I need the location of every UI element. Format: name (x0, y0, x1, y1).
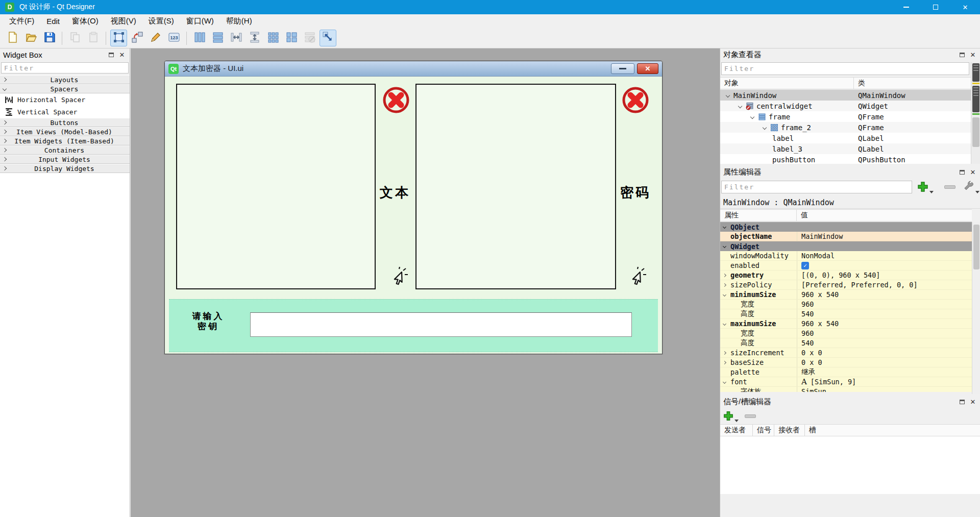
column-1[interactable]: 信号 (753, 425, 774, 436)
object-tree-row[interactable]: frame_2QFrame (720, 122, 971, 133)
close-button[interactable]: ✕ (950, 0, 980, 14)
form-window-titlebar[interactable]: Qt 文本加密器 - UI.ui ✕ (165, 61, 662, 77)
save-form-button[interactable] (41, 30, 58, 46)
property-row[interactable]: 宽度960 (720, 329, 972, 338)
property-value[interactable]: 960 (797, 300, 972, 309)
float-panel-button[interactable] (107, 51, 116, 60)
property-value[interactable]: NonModal (797, 251, 972, 260)
edit-widgets-button[interactable] (110, 30, 127, 46)
object-tree-row[interactable]: centralwidgetQWidget (720, 101, 971, 111)
layout-vertical-button[interactable] (209, 30, 226, 46)
property-value[interactable]: 继承 (797, 367, 972, 377)
chevron-down-icon[interactable] (750, 114, 754, 118)
layout-form-button[interactable] (283, 30, 300, 46)
scroll-mark-block[interactable] (972, 86, 979, 112)
property-editor-filter-input[interactable] (721, 181, 912, 193)
error-icon-text[interactable] (382, 86, 410, 114)
form-minimize-button[interactable] (611, 63, 634, 74)
object-tree-row[interactable]: frameQFrame (720, 111, 971, 122)
widget-box-category-display-widgets[interactable]: Display Widgets (0, 164, 130, 173)
property-row[interactable]: sizePolicy[Preferred, Preferred, 0, 0] (720, 280, 972, 290)
property-row[interactable]: enabled✓ (720, 261, 972, 270)
scroll-mark-block[interactable] (972, 63, 979, 82)
property-row[interactable]: fontA[SimSun, 9] (720, 377, 972, 387)
password-edit-widget[interactable] (415, 84, 616, 289)
chevron-down-icon[interactable] (726, 93, 730, 97)
widget-box-item[interactable]: Horizontal Spacer (0, 93, 130, 106)
property-row[interactable]: 高度540 (720, 309, 972, 319)
float-panel-button[interactable] (958, 51, 967, 60)
key-prompt-label[interactable]: 请输入 密钥 (180, 311, 236, 332)
add-dynamic-property-button[interactable] (917, 181, 934, 193)
chevron-down-icon[interactable] (723, 225, 726, 229)
property-row[interactable]: windowModalityNonModal (720, 251, 972, 261)
column-property[interactable]: 属性 (720, 210, 797, 221)
widget-box-category-item-widgets-item-based-[interactable]: Item Widgets (Item-Based) (0, 136, 130, 145)
property-row[interactable]: geometry[(0, 0), 960 x 540] (720, 270, 972, 280)
column-3[interactable]: 槽 (805, 425, 980, 436)
property-value[interactable]: 960 x 540 (797, 319, 972, 328)
app-titlebar[interactable]: D Qt 设计师 - Qt Designer ✕ (0, 0, 980, 14)
property-value[interactable]: [(0, 0), 960 x 540] (797, 270, 972, 280)
open-form-button[interactable] (22, 30, 39, 46)
cursor-icon-text[interactable] (386, 266, 410, 291)
property-row[interactable]: 宽度960 (720, 300, 972, 309)
object-tree-row[interactable]: labelQLabel (720, 133, 971, 143)
object-inspector-scrollbar[interactable] (971, 62, 980, 164)
property-editor-scrollbar[interactable] (972, 222, 980, 394)
menu-item[interactable]: 窗口(W) (180, 14, 220, 28)
property-value[interactable]: [Preferred, Preferred, 0, 0] (797, 280, 972, 289)
widget-box-item[interactable]: Vertical Spacer (0, 106, 130, 118)
property-row[interactable]: minimumSize960 x 540 (720, 290, 972, 300)
form-close-button[interactable]: ✕ (637, 63, 658, 74)
property-group-row[interactable]: QObject (720, 222, 972, 232)
cursor-icon-password[interactable] (625, 266, 648, 291)
layout-grid-button[interactable] (264, 30, 281, 46)
column-2[interactable]: 接收者 (774, 425, 805, 436)
property-row[interactable]: 字体族SimSun (720, 387, 972, 392)
remove-connection-button[interactable] (745, 414, 756, 418)
property-group-row[interactable]: QWidget (720, 241, 972, 251)
widget-box-category-containers[interactable]: Containers (0, 145, 130, 155)
column-value[interactable]: 值 (797, 211, 808, 220)
splitter-vertical-button[interactable] (246, 30, 263, 46)
layout-horizontal-button[interactable] (191, 30, 208, 46)
property-value[interactable]: MainWindow (797, 232, 972, 241)
edit-buddies-button[interactable] (147, 30, 164, 46)
property-value[interactable]: A[SimSun, 9] (797, 377, 972, 386)
property-row[interactable]: 高度540 (720, 338, 972, 348)
object-tree-row[interactable]: label_3QLabel (720, 143, 971, 154)
close-panel-button[interactable]: ✕ (968, 398, 977, 407)
add-connection-button[interactable] (723, 410, 739, 422)
error-icon-password[interactable] (621, 86, 650, 114)
edit-signals-slots-button[interactable] (129, 30, 145, 46)
scrollbar-thumb[interactable] (973, 225, 979, 269)
property-row[interactable]: palette继承 (720, 367, 972, 377)
property-value[interactable]: 0 x 0 (797, 358, 972, 367)
chevron-down-icon[interactable] (763, 125, 767, 129)
property-row[interactable]: sizeIncrement0 x 0 (720, 348, 972, 358)
object-inspector-filter-input[interactable] (721, 62, 969, 75)
property-value[interactable]: 960 x 540 (797, 290, 972, 299)
property-value[interactable]: ✓ (797, 261, 972, 270)
widget-box-category-item-views-model-based-[interactable]: Item Views (Model-Based) (0, 127, 130, 136)
edit-tab-order-button[interactable]: 123 (165, 30, 182, 46)
maximize-button[interactable] (921, 0, 950, 14)
configure-button[interactable] (963, 181, 979, 193)
menu-item[interactable]: 帮助(H) (220, 14, 258, 28)
menu-item[interactable]: 视图(V) (105, 14, 142, 28)
property-row[interactable]: maximumSize960 x 540 (720, 319, 972, 329)
property-value[interactable]: 0 x 0 (797, 348, 972, 357)
widget-box-category-spacers[interactable]: Spacers (0, 84, 130, 93)
chevron-down-icon[interactable] (723, 244, 726, 248)
minimize-button[interactable] (891, 0, 921, 14)
column-0[interactable]: 发送者 (720, 425, 753, 436)
remove-dynamic-property-button[interactable] (938, 185, 955, 189)
chevron-down-icon[interactable] (738, 104, 742, 108)
adjust-size-button[interactable] (320, 30, 336, 46)
column-object[interactable]: 对象 (720, 78, 854, 89)
property-value[interactable]: 960 (797, 329, 972, 338)
close-panel-button[interactable]: ✕ (117, 51, 127, 60)
object-tree-row[interactable]: pushButtonQPushButton (720, 154, 971, 164)
object-tree-row[interactable]: MainWindowQMainWindow (720, 90, 971, 101)
